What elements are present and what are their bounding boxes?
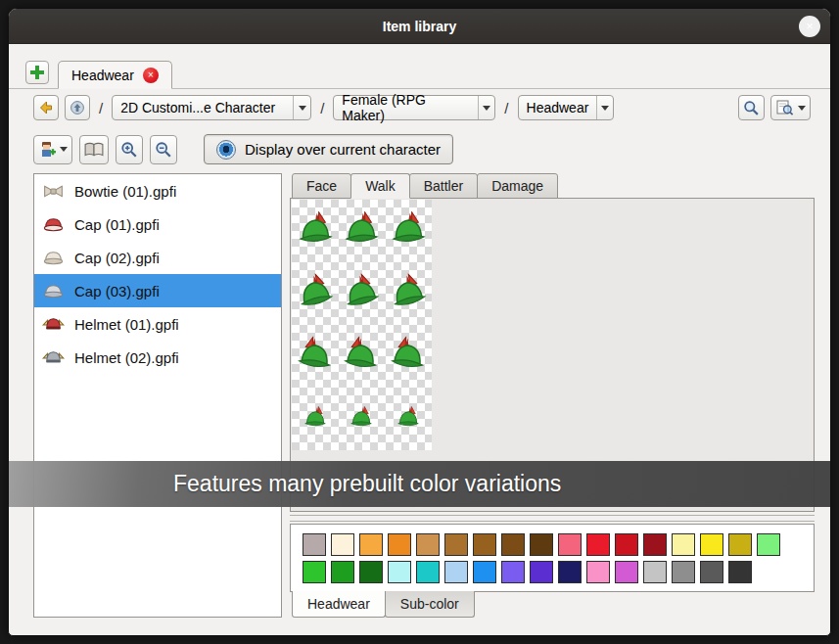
back-button[interactable] bbox=[33, 95, 59, 120]
color-swatch[interactable] bbox=[757, 533, 780, 556]
search-button[interactable] bbox=[738, 95, 765, 120]
list-item-label: Helmet (02).gpfi bbox=[74, 349, 179, 366]
sprite-frame bbox=[292, 262, 339, 325]
color-swatch[interactable] bbox=[388, 561, 411, 583]
color-swatch[interactable] bbox=[558, 533, 582, 556]
sprite-frame bbox=[292, 325, 339, 388]
zoom-out-button[interactable] bbox=[150, 135, 177, 164]
color-swatch[interactable] bbox=[700, 561, 723, 583]
chevron-down-icon bbox=[299, 106, 306, 111]
list-item[interactable]: Helmet (01).gpfi bbox=[34, 307, 281, 341]
color-swatch[interactable] bbox=[615, 561, 638, 583]
main-area: Bowtie (01).gpfiCap (01).gpfiCap (02).gp… bbox=[33, 173, 815, 618]
chevron-down-icon bbox=[798, 106, 806, 111]
palette-tab-sub-color[interactable]: Sub-color bbox=[385, 591, 475, 618]
chevron-down-icon bbox=[601, 106, 609, 111]
color-swatch[interactable] bbox=[530, 561, 553, 583]
color-swatch[interactable] bbox=[501, 533, 525, 556]
color-swatch[interactable] bbox=[303, 533, 326, 556]
color-swatch[interactable] bbox=[586, 533, 610, 556]
color-swatch[interactable] bbox=[530, 533, 553, 556]
window-close-button[interactable]: × bbox=[799, 16, 820, 37]
color-swatch[interactable] bbox=[615, 533, 638, 556]
palette-row bbox=[303, 533, 802, 556]
list-item[interactable]: Cap (02).gpfi bbox=[34, 241, 281, 274]
breadcrumb-separator: / bbox=[317, 100, 327, 116]
sprite-frame bbox=[339, 388, 386, 450]
combo-arrow-button[interactable] bbox=[596, 96, 612, 119]
color-swatch[interactable] bbox=[643, 533, 667, 556]
chevron-down-icon bbox=[60, 147, 68, 152]
preview-tab-battler[interactable]: Battler bbox=[409, 173, 478, 199]
color-swatch[interactable] bbox=[416, 533, 440, 556]
list-item-label: Bowtie (01).gpfi bbox=[74, 183, 176, 200]
list-item[interactable]: Helmet (02).gpfi bbox=[34, 341, 281, 374]
color-swatch[interactable] bbox=[303, 561, 326, 583]
list-item-label: Cap (01).gpfi bbox=[74, 216, 160, 233]
color-swatch[interactable] bbox=[700, 533, 723, 556]
color-swatch[interactable] bbox=[473, 533, 496, 556]
sprite-frame bbox=[339, 325, 386, 388]
combo-arrow-button[interactable] bbox=[478, 96, 495, 119]
library-book-button[interactable] bbox=[79, 135, 109, 164]
color-swatch[interactable] bbox=[473, 561, 496, 583]
book-icon bbox=[84, 142, 104, 158]
list-item[interactable]: Bowtie (01).gpfi bbox=[34, 174, 281, 207]
cap-white-icon bbox=[40, 245, 66, 270]
document-tabbar: Headwear × bbox=[9, 44, 830, 89]
preview-tab-walk[interactable]: Walk bbox=[350, 173, 410, 199]
back-arrow-icon bbox=[38, 100, 54, 115]
titlebar[interactable]: Item library × bbox=[9, 9, 830, 44]
color-swatch[interactable] bbox=[672, 533, 695, 556]
display-toggle-label: Display over current character bbox=[245, 141, 441, 158]
cap-red-icon bbox=[40, 211, 66, 237]
color-swatch[interactable] bbox=[331, 533, 354, 556]
breadcrumb-toolbar: / 2D Customi...e Character / Female (RPG… bbox=[9, 89, 830, 126]
palette-tabbar: HeadwearSub-color bbox=[292, 591, 815, 618]
color-swatch[interactable] bbox=[558, 561, 582, 583]
color-swatch[interactable] bbox=[501, 561, 525, 583]
combo-arrow-button[interactable] bbox=[293, 96, 310, 119]
color-swatch[interactable] bbox=[359, 561, 383, 583]
color-swatch[interactable] bbox=[444, 533, 468, 556]
color-swatch[interactable] bbox=[331, 561, 354, 583]
category-combo-value: Headwear bbox=[527, 100, 589, 115]
color-swatch[interactable] bbox=[586, 561, 610, 583]
color-swatch[interactable] bbox=[728, 561, 752, 583]
character-combo[interactable]: Female (RPG Maker) bbox=[333, 95, 495, 120]
add-tab-button[interactable] bbox=[25, 61, 49, 84]
preview-search-button[interactable] bbox=[770, 95, 811, 120]
color-swatch[interactable] bbox=[672, 561, 695, 583]
home-button[interactable] bbox=[65, 95, 90, 120]
project-combo[interactable]: 2D Customi...e Character bbox=[112, 95, 311, 120]
sprite-frame bbox=[385, 388, 432, 450]
palette-tab-headwear[interactable]: Headwear bbox=[292, 591, 386, 618]
tab-close-icon[interactable]: × bbox=[143, 68, 159, 83]
color-swatch[interactable] bbox=[416, 561, 440, 583]
window-title: Item library bbox=[383, 19, 456, 34]
color-swatch[interactable] bbox=[388, 533, 411, 556]
panel-splitter[interactable] bbox=[290, 515, 815, 522]
color-swatch[interactable] bbox=[359, 533, 383, 556]
zoom-in-button[interactable] bbox=[116, 135, 143, 164]
list-item[interactable]: Cap (03).gpfi bbox=[34, 274, 281, 307]
sprite-sheet bbox=[292, 200, 432, 450]
color-swatch[interactable] bbox=[444, 561, 468, 583]
search-icon bbox=[743, 100, 760, 116]
tab-headwear[interactable]: Headwear × bbox=[58, 61, 172, 89]
caption-banner: Features many prebuilt color variations bbox=[9, 461, 830, 507]
category-combo[interactable]: Headwear bbox=[518, 95, 614, 120]
caption-text: Features many prebuilt color variations bbox=[173, 471, 561, 497]
color-swatch[interactable] bbox=[643, 561, 667, 583]
sprite-frame bbox=[385, 325, 432, 388]
preview-tab-damage[interactable]: Damage bbox=[477, 173, 558, 199]
character-combo-value: Female (RPG Maker) bbox=[342, 92, 469, 123]
display-over-character-toggle[interactable]: Display over current character bbox=[204, 134, 453, 164]
list-item[interactable]: Cap (01).gpfi bbox=[34, 207, 281, 241]
palette-row bbox=[303, 561, 802, 583]
preview-tabbar: FaceWalkBattlerDamage bbox=[292, 173, 815, 199]
preview-tab-face[interactable]: Face bbox=[292, 173, 351, 199]
add-character-button[interactable] bbox=[33, 135, 72, 164]
home-icon bbox=[70, 100, 85, 115]
color-swatch[interactable] bbox=[728, 533, 752, 556]
